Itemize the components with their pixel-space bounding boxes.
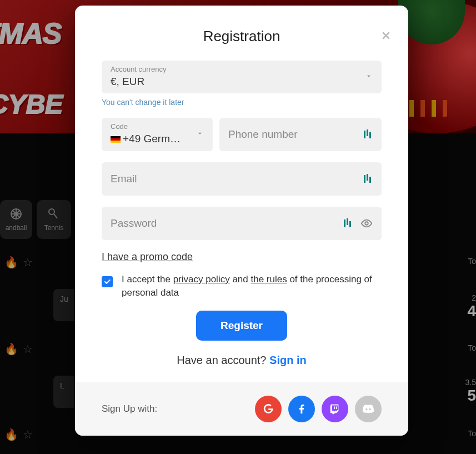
discord-icon: [362, 402, 375, 416]
close-icon: [380, 30, 392, 41]
svg-rect-6: [367, 174, 368, 181]
svg-rect-4: [369, 132, 371, 138]
modal-footer: Sign Up with:: [75, 382, 408, 436]
svg-rect-2: [364, 131, 365, 138]
password-placeholder: Password: [111, 217, 157, 230]
currency-select[interactable]: Account currency €, EUR: [102, 61, 382, 93]
password-manager-icon[interactable]: [364, 129, 373, 139]
eye-icon[interactable]: [360, 217, 373, 230]
close-button[interactable]: [377, 27, 395, 44]
have-account-text: Have an account? Sign in: [102, 354, 382, 367]
svg-rect-5: [364, 175, 365, 183]
google-icon: [262, 403, 274, 415]
rules-link[interactable]: the rules: [250, 274, 287, 285]
chevron-down-icon: [365, 72, 373, 82]
privacy-policy-link[interactable]: privacy policy: [173, 274, 230, 285]
password-manager-icon[interactable]: [364, 174, 373, 184]
facebook-signup-button[interactable]: [288, 396, 315, 422]
signup-with-label: Sign Up with:: [102, 403, 157, 415]
svg-rect-3: [367, 129, 368, 136]
check-icon: [103, 278, 111, 286]
country-code-select[interactable]: Code +49 Germ…: [102, 118, 213, 151]
registration-modal: Registration Account currency €, EUR You…: [75, 6, 408, 436]
consent-text: I accept the privacy policy and the rule…: [122, 273, 382, 300]
modal-title: Registration: [102, 28, 382, 45]
email-placeholder: Email: [111, 173, 137, 185]
code-value: +49 Germ…: [111, 133, 204, 145]
currency-hint: You can't change it later: [102, 98, 382, 107]
email-input[interactable]: Email: [102, 162, 382, 196]
twitch-icon: [329, 403, 341, 415]
svg-rect-8: [344, 219, 345, 227]
social-buttons: [255, 396, 382, 422]
consent-row: I accept the privacy policy and the rule…: [102, 273, 382, 300]
svg-rect-7: [369, 177, 371, 183]
code-label: Code: [111, 122, 204, 131]
phone-placeholder: Phone number: [228, 128, 298, 141]
phone-input[interactable]: Phone number: [219, 118, 382, 151]
svg-point-11: [365, 222, 368, 225]
discord-signup-button[interactable]: [355, 396, 382, 422]
consent-checkbox[interactable]: [102, 276, 113, 287]
twitch-signup-button[interactable]: [322, 396, 348, 422]
password-input[interactable]: Password: [102, 207, 382, 240]
facebook-icon: [295, 403, 308, 415]
google-signup-button[interactable]: [255, 396, 282, 422]
svg-rect-9: [347, 218, 348, 225]
chevron-down-icon: [196, 129, 204, 139]
de-flag-icon: [111, 136, 121, 143]
password-manager-icon[interactable]: [344, 218, 353, 228]
svg-rect-10: [349, 221, 351, 227]
currency-value: €, EUR: [111, 76, 373, 88]
promo-code-link[interactable]: I have a promo code: [102, 251, 193, 263]
register-button[interactable]: Register: [196, 311, 287, 341]
sign-in-link[interactable]: Sign in: [269, 354, 307, 366]
currency-label: Account currency: [111, 65, 373, 73]
